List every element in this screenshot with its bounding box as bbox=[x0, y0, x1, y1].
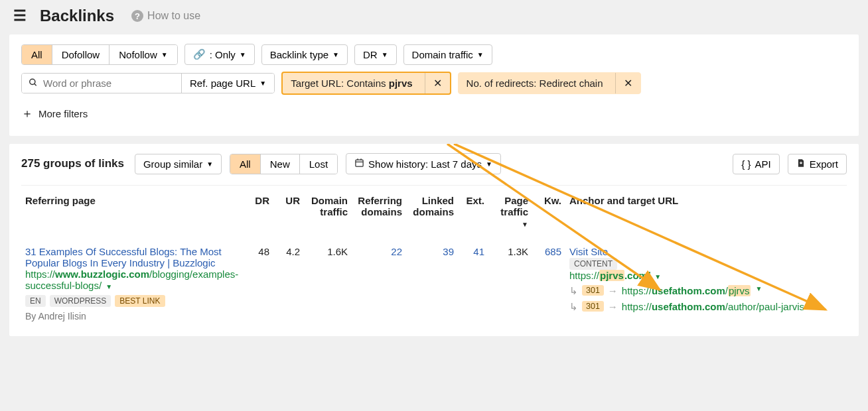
api-button[interactable]: { } API bbox=[733, 154, 779, 174]
linked-domains-cell[interactable]: 39 bbox=[443, 246, 454, 257]
chevron-down-icon: ▼ bbox=[382, 51, 388, 58]
target-url-chip-label[interactable]: Target URL: Contains pjrvs bbox=[283, 74, 420, 93]
follow-filter: All Dofollow Nofollow ▼ bbox=[21, 44, 178, 65]
search-type-button[interactable]: Ref. page URL ▼ bbox=[181, 74, 274, 93]
target-url[interactable]: https://pjrvs.com/ bbox=[569, 270, 653, 281]
search-input[interactable] bbox=[22, 74, 181, 93]
nofollow-label: Nofollow bbox=[119, 49, 157, 60]
export-button[interactable]: Export bbox=[788, 154, 847, 174]
follow-all-button[interactable]: All bbox=[22, 45, 52, 64]
arrow-right-icon: → bbox=[608, 285, 618, 296]
col-ur[interactable]: UR bbox=[273, 186, 304, 234]
ref-domains-cell[interactable]: 22 bbox=[391, 246, 402, 257]
col-referring-page[interactable]: Referring page bbox=[21, 186, 247, 234]
chevron-down-icon: ▼ bbox=[240, 51, 246, 58]
table-header-row: Referring page DR UR Domain traffic Refe… bbox=[21, 186, 847, 234]
domain-traffic-cell: 1.6K bbox=[304, 234, 352, 327]
anchor-cell: Visit Site CONTENT https://pjrvs.com/ ▼ … bbox=[565, 234, 847, 327]
follow-nofollow-button[interactable]: Nofollow ▼ bbox=[109, 45, 177, 64]
redirects-filter-chip: No. of redirects: Redirect chain ✕ bbox=[458, 72, 641, 94]
search-icon bbox=[29, 78, 38, 89]
search-type-label: Ref. page URL bbox=[190, 78, 255, 89]
group-similar-button[interactable]: Group similar ▼ bbox=[135, 154, 222, 174]
chevron-down-icon[interactable]: ▼ bbox=[654, 273, 661, 280]
table-row: 31 Examples Of Successful Blogs: The Mos… bbox=[21, 234, 847, 327]
r1-highlight: pjrvs bbox=[728, 285, 751, 296]
chip-term: pjrvs bbox=[389, 78, 413, 89]
redirect-url-2[interactable]: https://usefathom.com/author/paul-jarvis bbox=[622, 301, 804, 312]
col-ref-domains[interactable]: Referring domains bbox=[352, 186, 406, 234]
col-ext[interactable]: Ext. bbox=[458, 186, 488, 234]
sort-desc-icon: ▼ bbox=[522, 221, 528, 228]
backlink-type-button[interactable]: Backlink type ▼ bbox=[261, 44, 348, 65]
arrow-right-icon: → bbox=[608, 301, 618, 312]
more-filters-button[interactable]: ＋ More filters bbox=[21, 101, 88, 125]
filter-panel: All Dofollow Nofollow ▼ 🔗 : Only ▼ Backl… bbox=[9, 34, 859, 136]
r1-prefix: https:// bbox=[622, 285, 652, 296]
chevron-down-icon[interactable]: ▼ bbox=[756, 285, 762, 292]
kw-cell[interactable]: 685 bbox=[545, 246, 561, 257]
menu-icon[interactable]: ☰ bbox=[13, 7, 27, 25]
svg-point-0 bbox=[30, 79, 35, 84]
search-box: Ref. page URL ▼ bbox=[21, 73, 275, 93]
tag-lang: EN bbox=[25, 295, 46, 307]
redirect-url-1[interactable]: https://usefathom.com/pjrvs bbox=[622, 285, 751, 296]
col-page-traffic-label: Page traffic bbox=[500, 195, 528, 217]
referring-page-cell: 31 Examples Of Successful Blogs: The Mos… bbox=[21, 234, 247, 327]
dr-cell: 48 bbox=[247, 234, 273, 327]
redirects-chip-close[interactable]: ✕ bbox=[615, 73, 640, 93]
domain-traffic-filter-button[interactable]: Domain traffic ▼ bbox=[403, 44, 492, 65]
braces-icon: { } bbox=[741, 158, 751, 170]
show-history-button[interactable]: Show history: Last 7 days ▼ bbox=[346, 153, 501, 174]
follow-dofollow-button[interactable]: Dofollow bbox=[52, 45, 110, 64]
groups-count: 275 groups of links bbox=[21, 157, 124, 170]
referring-page-title[interactable]: 31 Examples Of Successful Blogs: The Mos… bbox=[25, 246, 222, 268]
plus-icon: ＋ bbox=[21, 105, 33, 121]
r2-path: /author/paul-jarvis bbox=[725, 301, 804, 312]
redirect-code: 301 bbox=[582, 285, 604, 296]
svg-line-1 bbox=[35, 84, 36, 86]
col-domain-traffic[interactable]: Domain traffic bbox=[304, 186, 352, 234]
col-linked-domains[interactable]: Linked domains bbox=[406, 186, 458, 234]
redirect-code: 301 bbox=[582, 301, 604, 312]
results-tab-group: All New Lost bbox=[230, 154, 338, 174]
target-rest: .com/ bbox=[624, 270, 650, 281]
tag-content: CONTENT bbox=[569, 258, 617, 270]
link-only-label: : Only bbox=[210, 49, 236, 60]
referring-page-url[interactable]: https://www.buzzlogic.com/blogging/examp… bbox=[25, 268, 238, 291]
anchor-text[interactable]: Visit Site bbox=[569, 246, 608, 257]
col-dr[interactable]: DR bbox=[247, 186, 273, 234]
domain-traffic-filter-label: Domain traffic bbox=[412, 49, 473, 60]
page-traffic-cell: 1.3K bbox=[488, 234, 532, 327]
chevron-down-icon: ▼ bbox=[161, 51, 168, 58]
ext-cell[interactable]: 41 bbox=[473, 246, 484, 257]
col-kw[interactable]: Kw. bbox=[532, 186, 565, 234]
tab-all[interactable]: All bbox=[230, 154, 261, 174]
calendar-icon bbox=[354, 158, 364, 170]
how-to-use-link[interactable]: ? How to use bbox=[131, 10, 200, 22]
byline: By Andrej Ilisin bbox=[25, 311, 243, 322]
dr-filter-label: DR bbox=[363, 49, 378, 60]
col-anchor[interactable]: Anchor and target URL bbox=[565, 186, 847, 234]
tag-platform: WORDPRESS bbox=[50, 295, 111, 307]
how-to-use-label: How to use bbox=[147, 10, 200, 22]
tab-lost[interactable]: Lost bbox=[300, 154, 337, 174]
target-url-filter-chip: Target URL: Contains pjrvs ✕ bbox=[281, 72, 451, 95]
col-page-traffic[interactable]: Page traffic ▼ bbox=[488, 186, 532, 234]
chevron-down-icon[interactable]: ▼ bbox=[106, 283, 112, 290]
tag-best-link: BEST LINK bbox=[115, 295, 165, 307]
show-history-label: Show history: Last 7 days bbox=[368, 158, 482, 170]
tab-new[interactable]: New bbox=[261, 154, 300, 174]
target-url-chip-close[interactable]: ✕ bbox=[425, 73, 450, 93]
dr-filter-button[interactable]: DR ▼ bbox=[354, 44, 397, 65]
url-domain: www.buzzlogic.com bbox=[55, 268, 149, 280]
chevron-down-icon[interactable]: ▼ bbox=[810, 301, 816, 308]
redirect-icon: ↳ bbox=[569, 285, 578, 297]
results-panel: 275 groups of links Group similar ▼ All … bbox=[9, 144, 859, 336]
group-similar-label: Group similar bbox=[143, 158, 202, 170]
chip-prefix: Target URL: Contains bbox=[291, 78, 389, 89]
page-title: Backlinks bbox=[40, 7, 114, 25]
r1-domain: usefathom.com bbox=[652, 285, 725, 296]
link-only-button[interactable]: 🔗 : Only ▼ bbox=[184, 44, 255, 65]
redirects-chip-label[interactable]: No. of redirects: Redirect chain bbox=[459, 74, 611, 93]
